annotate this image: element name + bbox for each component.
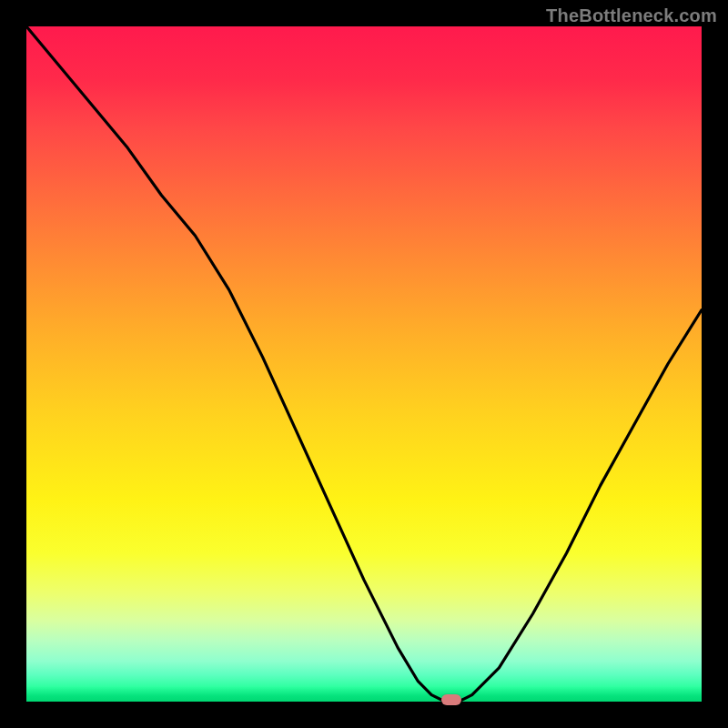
- chart-frame: TheBottleneck.com: [0, 0, 728, 728]
- optimal-marker: [441, 694, 461, 705]
- watermark-text: TheBottleneck.com: [546, 5, 717, 26]
- curve-path: [26, 26, 702, 702]
- bottleneck-curve: [26, 26, 702, 702]
- plot-area: [26, 26, 702, 702]
